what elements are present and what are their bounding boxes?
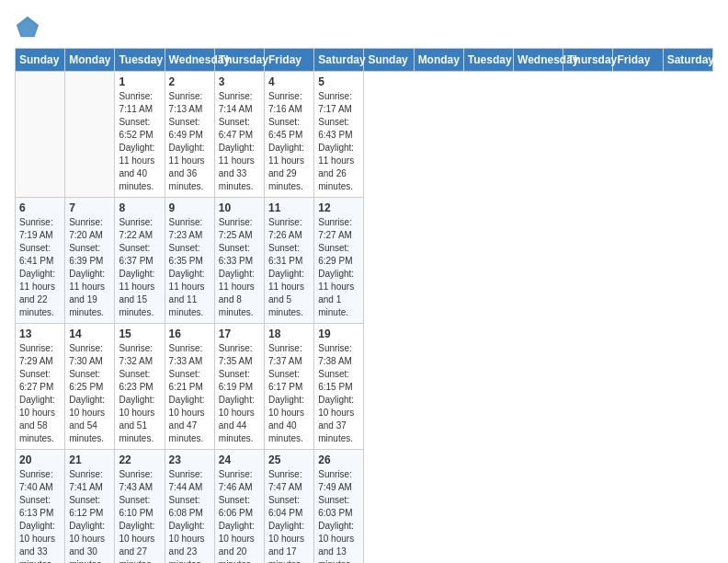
cell-content: Sunrise: 7:23 AM Sunset: 6:35 PM Dayligh… [169,216,210,319]
calendar-cell: 21Sunrise: 7:41 AM Sunset: 6:12 PM Dayli… [65,450,115,564]
day-number: 11 [268,201,310,214]
day-number: 21 [69,454,110,466]
week-row-4: 20Sunrise: 7:40 AM Sunset: 6:13 PM Dayli… [16,450,713,564]
calendar-cell: 6Sunrise: 7:19 AM Sunset: 6:41 PM Daylig… [16,198,65,324]
day-number: 5 [318,75,359,88]
calendar-cell: 15Sunrise: 7:32 AM Sunset: 6:23 PM Dayli… [115,324,165,450]
day-header-tuesday: Tuesday [115,49,165,72]
day-number: 2 [169,75,210,88]
day-header-sunday: Sunday [16,49,65,72]
cell-content: Sunrise: 7:17 AM Sunset: 6:43 PM Dayligh… [318,90,359,193]
day-number: 8 [119,201,160,214]
calendar-cell: 2Sunrise: 7:13 AM Sunset: 6:49 PM Daylig… [165,72,214,198]
day-number: 16 [169,327,210,340]
cell-content: Sunrise: 7:11 AM Sunset: 6:52 PM Dayligh… [119,90,160,193]
day-number: 23 [169,454,210,466]
cell-content: Sunrise: 7:19 AM Sunset: 6:41 PM Dayligh… [19,216,61,319]
cell-content: Sunrise: 7:25 AM Sunset: 6:33 PM Dayligh… [219,216,260,319]
cell-content: Sunrise: 7:27 AM Sunset: 6:29 PM Dayligh… [318,216,359,319]
calendar-cell: 5Sunrise: 7:17 AM Sunset: 6:43 PM Daylig… [314,72,364,198]
day-header-wednesday: Wednesday [165,49,214,72]
calendar-cell: 3Sunrise: 7:14 AM Sunset: 6:47 PM Daylig… [214,72,264,198]
calendar-cell: 22Sunrise: 7:43 AM Sunset: 6:10 PM Dayli… [115,450,165,564]
day-number: 3 [219,75,260,88]
calendar-cell: 11Sunrise: 7:26 AM Sunset: 6:31 PM Dayli… [265,198,314,324]
day-number: 10 [219,201,260,214]
cell-content: Sunrise: 7:16 AM Sunset: 6:45 PM Dayligh… [268,90,310,193]
cell-content: Sunrise: 7:30 AM Sunset: 6:25 PM Dayligh… [69,342,110,445]
day-header-saturday: Saturday [314,49,364,72]
calendar-cell: 4Sunrise: 7:16 AM Sunset: 6:45 PM Daylig… [265,72,314,198]
calendar-cell: 25Sunrise: 7:47 AM Sunset: 6:04 PM Dayli… [265,450,314,564]
calendar-cell: 1Sunrise: 7:11 AM Sunset: 6:52 PM Daylig… [115,72,165,198]
calendar-cell: 12Sunrise: 7:27 AM Sunset: 6:29 PM Dayli… [314,198,364,324]
day-number: 25 [268,454,310,466]
calendar-cell: 16Sunrise: 7:33 AM Sunset: 6:21 PM Dayli… [165,324,214,450]
page-header [15,15,713,40]
cell-content: Sunrise: 7:20 AM Sunset: 6:39 PM Dayligh… [69,216,110,319]
cell-content: Sunrise: 7:41 AM Sunset: 6:12 PM Dayligh… [69,468,110,563]
day-number: 15 [119,327,160,340]
cell-content: Sunrise: 7:33 AM Sunset: 6:21 PM Dayligh… [169,342,210,445]
calendar-cell: 13Sunrise: 7:29 AM Sunset: 6:27 PM Dayli… [16,324,65,450]
calendar-cell: 17Sunrise: 7:35 AM Sunset: 6:19 PM Dayli… [214,324,264,450]
day-number: 14 [69,327,110,340]
logo-icon [15,15,40,40]
day-header-saturday: Saturday [663,49,712,72]
calendar-cell: 23Sunrise: 7:44 AM Sunset: 6:08 PM Dayli… [165,450,214,564]
day-number: 9 [169,201,210,214]
calendar-cell: 26Sunrise: 7:49 AM Sunset: 6:03 PM Dayli… [314,450,364,564]
logo [15,15,44,40]
cell-content: Sunrise: 7:14 AM Sunset: 6:47 PM Dayligh… [219,90,260,193]
day-number: 19 [318,327,359,340]
cell-content: Sunrise: 7:43 AM Sunset: 6:10 PM Dayligh… [119,468,160,563]
cell-content: Sunrise: 7:40 AM Sunset: 6:13 PM Dayligh… [19,468,61,563]
day-number: 26 [318,454,359,466]
day-number: 18 [268,327,310,340]
cell-content: Sunrise: 7:32 AM Sunset: 6:23 PM Dayligh… [119,342,160,445]
cell-content: Sunrise: 7:44 AM Sunset: 6:08 PM Dayligh… [169,468,210,563]
calendar-table: SundayMondayTuesdayWednesdayThursdayFrid… [15,48,713,563]
day-header-tuesday: Tuesday [463,49,513,72]
calendar-cell: 20Sunrise: 7:40 AM Sunset: 6:13 PM Dayli… [16,450,65,564]
week-row-2: 6Sunrise: 7:19 AM Sunset: 6:41 PM Daylig… [16,198,713,324]
day-number: 7 [69,201,110,214]
day-header-friday: Friday [265,49,314,72]
cell-content: Sunrise: 7:26 AM Sunset: 6:31 PM Dayligh… [268,216,310,319]
calendar-cell: 8Sunrise: 7:22 AM Sunset: 6:37 PM Daylig… [115,198,165,324]
calendar-cell: 9Sunrise: 7:23 AM Sunset: 6:35 PM Daylig… [165,198,214,324]
day-number: 24 [219,454,260,466]
calendar-cell: 7Sunrise: 7:20 AM Sunset: 6:39 PM Daylig… [65,198,115,324]
day-number: 4 [268,75,310,88]
cell-content: Sunrise: 7:29 AM Sunset: 6:27 PM Dayligh… [19,342,61,445]
day-number: 1 [119,75,160,88]
week-row-1: 1Sunrise: 7:11 AM Sunset: 6:52 PM Daylig… [16,72,713,198]
cell-content: Sunrise: 7:35 AM Sunset: 6:19 PM Dayligh… [219,342,260,445]
week-row-3: 13Sunrise: 7:29 AM Sunset: 6:27 PM Dayli… [16,324,713,450]
day-number: 6 [19,201,61,214]
day-header-friday: Friday [613,49,663,72]
day-number: 17 [219,327,260,340]
day-number: 20 [19,454,61,466]
calendar-cell: 18Sunrise: 7:37 AM Sunset: 6:17 PM Dayli… [265,324,314,450]
calendar-cell [16,72,65,198]
day-header-thursday: Thursday [563,49,613,72]
cell-content: Sunrise: 7:22 AM Sunset: 6:37 PM Dayligh… [119,216,160,319]
day-number: 22 [119,454,160,466]
cell-content: Sunrise: 7:47 AM Sunset: 6:04 PM Dayligh… [268,468,310,563]
cell-content: Sunrise: 7:37 AM Sunset: 6:17 PM Dayligh… [268,342,310,445]
day-number: 12 [318,201,359,214]
day-header-monday: Monday [65,49,115,72]
calendar-cell: 10Sunrise: 7:25 AM Sunset: 6:33 PM Dayli… [214,198,264,324]
day-header-sunday: Sunday [364,49,414,72]
cell-content: Sunrise: 7:13 AM Sunset: 6:49 PM Dayligh… [169,90,210,193]
calendar-cell: 14Sunrise: 7:30 AM Sunset: 6:25 PM Dayli… [65,324,115,450]
calendar-cell: 24Sunrise: 7:46 AM Sunset: 6:06 PM Dayli… [214,450,264,564]
day-header-thursday: Thursday [214,49,264,72]
cell-content: Sunrise: 7:38 AM Sunset: 6:15 PM Dayligh… [318,342,359,445]
cell-content: Sunrise: 7:46 AM Sunset: 6:06 PM Dayligh… [219,468,260,563]
cell-content: Sunrise: 7:49 AM Sunset: 6:03 PM Dayligh… [318,468,359,563]
day-number: 13 [19,327,61,340]
day-header-wednesday: Wednesday [514,49,563,72]
calendar-cell: 19Sunrise: 7:38 AM Sunset: 6:15 PM Dayli… [314,324,364,450]
